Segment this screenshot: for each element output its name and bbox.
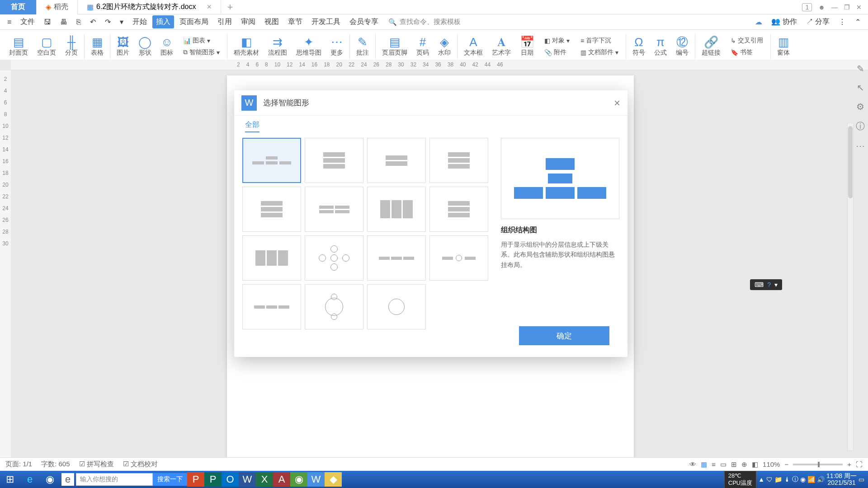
start-button[interactable]: ⊞ bbox=[0, 471, 20, 488]
ribbon-attach[interactable]: 📎 附件 bbox=[542, 47, 572, 57]
ribbon-object[interactable]: ◧ 对象 ▾ bbox=[542, 36, 572, 46]
tab-docker[interactable]: ◈ 稻壳 bbox=[37, 0, 78, 14]
ribbon-bookmark[interactable]: 🔖 书签 bbox=[728, 47, 766, 57]
tray-icon-3[interactable]: 📁 bbox=[774, 476, 782, 483]
status-zoom[interactable]: 110% bbox=[763, 460, 780, 468]
thumb-2[interactable] bbox=[305, 138, 363, 183]
pencil-icon[interactable]: ✎ bbox=[857, 63, 864, 74]
app-icon-2[interactable]: ◆ bbox=[325, 472, 342, 487]
ribbon-textbox[interactable]: A文本框 bbox=[459, 35, 487, 58]
vertical-ruler[interactable]: 24681012141618202224262830 bbox=[0, 70, 11, 471]
ribbon-flow[interactable]: ⇉流程图 bbox=[264, 35, 292, 58]
thumb-7[interactable] bbox=[367, 187, 426, 232]
qat-undo-icon[interactable]: ↶ bbox=[86, 16, 99, 28]
floating-toolbar[interactable]: ⌨ ? ▾ bbox=[750, 279, 782, 290]
tray-network-icon[interactable]: 📶 bbox=[807, 476, 815, 483]
qat-save-icon[interactable]: 🖫 bbox=[40, 16, 55, 28]
overflow-icon[interactable]: ⋯ bbox=[856, 141, 865, 151]
ribbon-formula[interactable]: π公式 bbox=[650, 35, 671, 58]
menu-overflow-icon[interactable]: ⋮ bbox=[835, 16, 849, 28]
thumb-12[interactable] bbox=[429, 235, 488, 281]
chevron-down-icon[interactable]: ▾ bbox=[774, 281, 778, 288]
layout-read-icon[interactable]: ▭ bbox=[720, 460, 726, 469]
thumb-15[interactable] bbox=[367, 284, 426, 329]
taskbar-search-button[interactable]: 搜索一下 bbox=[153, 473, 187, 486]
tab-home[interactable]: 首页 bbox=[0, 0, 37, 14]
tray-icon-6[interactable]: ◉ bbox=[800, 476, 806, 483]
tab-document[interactable]: ▦ 6.2图片环绕方式旋转对齐.docx × bbox=[78, 0, 221, 14]
ribbon-xref[interactable]: ↳ 交叉引用 bbox=[728, 36, 766, 46]
taskbar-search[interactable]: 输入你想搜的 bbox=[76, 473, 153, 486]
tray-icon-4[interactable]: 🌡 bbox=[784, 476, 790, 483]
menu-member[interactable]: 会员专享 bbox=[346, 15, 382, 28]
ribbon-comment[interactable]: ✎批注 bbox=[352, 35, 373, 58]
window-close-icon[interactable]: ✕ bbox=[856, 4, 862, 11]
layout-web-icon[interactable]: ⊞ bbox=[731, 460, 737, 469]
ribbon-picture[interactable]: 🖼图片 bbox=[112, 35, 134, 58]
ribbon-shape[interactable]: ◯形状 bbox=[134, 35, 156, 58]
status-spell[interactable]: ☑ 拼写检查 bbox=[79, 460, 114, 469]
menu-start[interactable]: 开始 bbox=[129, 15, 151, 28]
cursor-icon[interactable]: ↖ bbox=[857, 82, 864, 93]
tray-icon-1[interactable]: ▲ bbox=[758, 476, 764, 483]
menu-chapter[interactable]: 章节 bbox=[284, 15, 306, 28]
ribbon-firstdrop[interactable]: ≡ 首字下沉 bbox=[578, 36, 621, 46]
ribbon-pageno[interactable]: #页码 bbox=[412, 35, 434, 58]
powerpoint-icon[interactable]: P bbox=[187, 472, 204, 487]
ie-icon[interactable]: e bbox=[20, 471, 40, 488]
thumb-6[interactable] bbox=[305, 187, 363, 232]
thumb-13[interactable] bbox=[242, 284, 301, 329]
menu-view[interactable]: 视图 bbox=[261, 15, 283, 28]
help-circle-icon[interactable]: ? bbox=[767, 281, 771, 288]
thumb-3[interactable] bbox=[367, 138, 426, 183]
dialog-close-icon[interactable]: × bbox=[614, 97, 620, 109]
thumb-org-chart[interactable] bbox=[242, 138, 301, 183]
ribbon-smart[interactable]: ⧉ 智能图形 ▾ bbox=[180, 47, 222, 57]
qat-preview-icon[interactable]: ⎘ bbox=[73, 16, 85, 28]
maximize-icon[interactable]: ❐ bbox=[844, 4, 850, 11]
status-page[interactable]: 页面: 1/1 bbox=[5, 460, 32, 469]
zoom-slider[interactable] bbox=[793, 464, 843, 465]
collapse-ribbon-icon[interactable]: ⌃ bbox=[851, 16, 864, 28]
vertical-scrollbar[interactable] bbox=[847, 123, 854, 451]
avatar-icon[interactable]: ☻ bbox=[818, 4, 825, 11]
ribbon-chart[interactable]: 📊 图表 ▾ bbox=[180, 36, 222, 46]
zoom-out-icon[interactable]: − bbox=[784, 460, 788, 468]
ribbon-mind[interactable]: ✦思维导图 bbox=[292, 35, 326, 58]
menu-reference[interactable]: 引用 bbox=[214, 15, 236, 28]
eye-icon[interactable]: 👁 bbox=[689, 460, 696, 468]
weather-widget[interactable]: 28℃ CPU温度 bbox=[724, 471, 756, 488]
tray-volume-icon[interactable]: 🔊 bbox=[817, 476, 825, 483]
qat-more-icon[interactable]: ▾ bbox=[116, 16, 127, 28]
ribbon-more[interactable]: ⋯更多 bbox=[326, 35, 348, 58]
keyboard-icon[interactable]: ⌨ bbox=[755, 281, 764, 288]
ribbon-dockermat[interactable]: ◧稻壳素材 bbox=[229, 35, 264, 58]
layout-focus-icon[interactable]: ⊕ bbox=[741, 460, 747, 469]
cloud-sync-icon[interactable]: ☁ bbox=[751, 16, 766, 28]
ribbon-pagebreak[interactable]: ╫分页 bbox=[61, 35, 82, 58]
thumb-11[interactable] bbox=[367, 235, 426, 281]
minimize-icon[interactable]: — bbox=[831, 4, 838, 11]
ribbon-symbol[interactable]: Ω符号 bbox=[628, 35, 650, 58]
qat-print-icon[interactable]: 🖶 bbox=[57, 16, 71, 28]
ribbon-icon[interactable]: ☺图标 bbox=[156, 35, 178, 58]
menu-file[interactable]: 文件 bbox=[17, 15, 38, 28]
ribbon-date[interactable]: 📅日期 bbox=[515, 35, 539, 58]
access-icon[interactable]: A bbox=[273, 472, 290, 487]
ribbon-link[interactable]: 🔗超链接 bbox=[697, 35, 725, 58]
scroll-thumb[interactable] bbox=[848, 126, 853, 198]
ribbon-artword[interactable]: 𝐀艺术字 bbox=[487, 35, 515, 58]
help-icon[interactable]: ⓘ bbox=[856, 120, 865, 132]
ribbon-headfoot[interactable]: ▤页眉页脚 bbox=[377, 35, 412, 58]
browser-icon[interactable]: ◉ bbox=[290, 472, 307, 487]
ribbon-number[interactable]: ⑫编号 bbox=[671, 35, 693, 58]
word-icon[interactable]: W bbox=[239, 472, 256, 487]
fullscreen-icon[interactable]: ⛶ bbox=[856, 460, 863, 468]
close-icon[interactable]: × bbox=[207, 2, 212, 12]
settings-icon[interactable]: ⚙ bbox=[856, 101, 864, 112]
tray-action-icon[interactable]: ▭ bbox=[859, 476, 864, 483]
outlook-icon[interactable]: O bbox=[222, 472, 239, 487]
wps-task-icon[interactable]: W bbox=[307, 472, 325, 487]
layout-page-icon[interactable]: ▦ bbox=[701, 460, 707, 469]
zoom-in-icon[interactable]: + bbox=[847, 460, 851, 468]
